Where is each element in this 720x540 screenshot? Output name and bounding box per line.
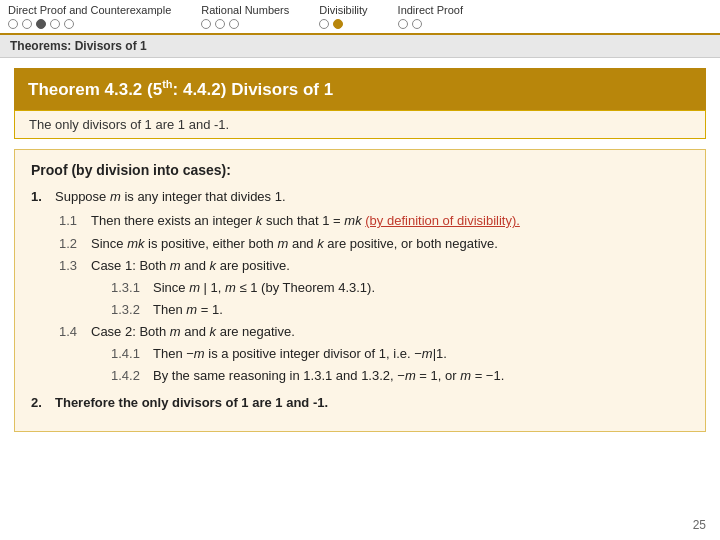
nav-dots-0 bbox=[8, 19, 171, 29]
proof-title: Proof (by division into cases): bbox=[31, 160, 689, 182]
sub-list-1: 1.1 Then there exists an integer k such … bbox=[31, 211, 689, 386]
nav-section-title-1: Rational Numbers bbox=[201, 4, 289, 16]
nav-dot-3-0[interactable] bbox=[398, 19, 408, 29]
sub-step-1-3: 1.3 Case 1: Both m and k are positive. bbox=[59, 256, 689, 276]
theorem-statement: The only divisors of 1 are 1 and -1. bbox=[14, 110, 706, 139]
nav-section-title-2: Divisibility bbox=[319, 4, 367, 16]
nav-dot-0-3[interactable] bbox=[50, 19, 60, 29]
nav-dot-0-4[interactable] bbox=[64, 19, 74, 29]
breadcrumb: Theorems: Divisors of 1 bbox=[0, 35, 720, 58]
nav-dot-2-1[interactable] bbox=[333, 19, 343, 29]
subsub-list-1-3: 1.3.1 Since m | 1, m ≤ 1 (by Theorem 4.3… bbox=[59, 278, 689, 320]
proof-step-2: 2. Therefore the only divisors of 1 are … bbox=[31, 393, 689, 413]
nav-dots-1 bbox=[201, 19, 289, 29]
nav-dots-2 bbox=[319, 19, 367, 29]
subsub-list-1-4: 1.4.1 Then −m is a positive integer divi… bbox=[59, 344, 689, 386]
nav-section-title-0: Direct Proof and Counterexample bbox=[8, 4, 171, 16]
subsub-step-1-4-2: 1.4.2 By the same reasoning in 1.3.1 and… bbox=[111, 366, 689, 386]
nav-dot-3-1[interactable] bbox=[412, 19, 422, 29]
theorem-title: Theorem 4.3.2 (5th: 4.4.2) Divisors of 1 bbox=[14, 68, 706, 110]
nav-dot-0-1[interactable] bbox=[22, 19, 32, 29]
sub-step-1-2: 1.2 Since mk is positive, either both m … bbox=[59, 234, 689, 254]
proof-box: Proof (by division into cases): 1. Suppo… bbox=[14, 149, 706, 432]
nav-section-0: Direct Proof and Counterexample bbox=[8, 4, 171, 29]
main-content: Theorem 4.3.2 (5th: 4.4.2) Divisors of 1… bbox=[0, 58, 720, 442]
subsub-step-1-3-2: 1.3.2 Then m = 1. bbox=[111, 300, 689, 320]
nav-section-1: Rational Numbers bbox=[201, 4, 289, 29]
nav-dot-0-0[interactable] bbox=[8, 19, 18, 29]
subsub-step-1-4-1: 1.4.1 Then −m is a positive integer divi… bbox=[111, 344, 689, 364]
nav-dot-0-2[interactable] bbox=[36, 19, 46, 29]
nav-section-3: Indirect Proof bbox=[398, 4, 463, 29]
subsub-step-1-3-1: 1.3.1 Since m | 1, m ≤ 1 (by Theorem 4.3… bbox=[111, 278, 689, 298]
nav-bar: Direct Proof and CounterexampleRational … bbox=[0, 0, 720, 35]
page-number: 25 bbox=[693, 518, 706, 532]
nav-dot-2-0[interactable] bbox=[319, 19, 329, 29]
nav-dot-1-0[interactable] bbox=[201, 19, 211, 29]
nav-section-2: Divisibility bbox=[319, 4, 367, 29]
nav-dot-1-1[interactable] bbox=[215, 19, 225, 29]
sub-step-1-4: 1.4 Case 2: Both m and k are negative. bbox=[59, 322, 689, 342]
nav-section-title-3: Indirect Proof bbox=[398, 4, 463, 16]
proof-list: 1. Suppose m is any integer that divides… bbox=[31, 187, 689, 412]
nav-dots-3 bbox=[398, 19, 463, 29]
proof-step-1: 1. Suppose m is any integer that divides… bbox=[31, 187, 689, 207]
nav-dot-1-2[interactable] bbox=[229, 19, 239, 29]
sub-step-1-1: 1.1 Then there exists an integer k such … bbox=[59, 211, 689, 231]
